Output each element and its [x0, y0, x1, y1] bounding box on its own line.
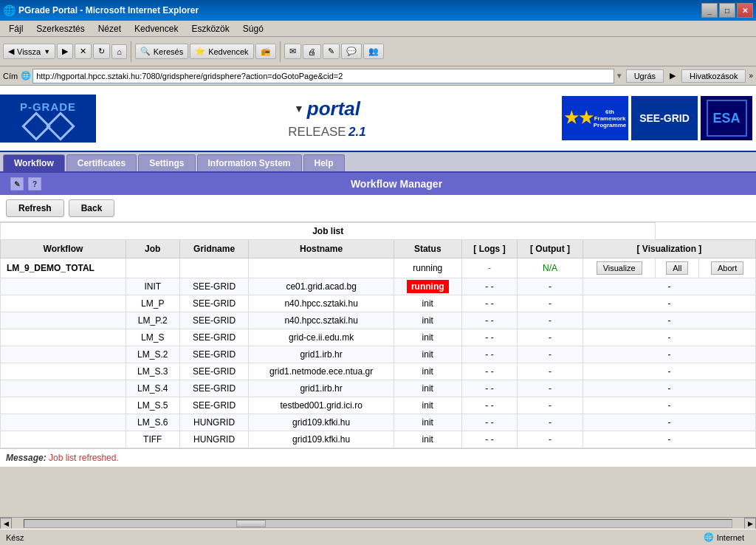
col-gridname: Gridname: [179, 240, 249, 258]
edit-icon-btn[interactable]: ✎: [10, 177, 24, 191]
refresh-button[interactable]: Refresh: [6, 199, 64, 217]
tab-information-system[interactable]: Information System: [197, 154, 302, 171]
discuss-button[interactable]: 💬: [341, 44, 362, 59]
cell-logs: - -: [461, 312, 517, 329]
tab-certificates[interactable]: Certificates: [66, 154, 137, 171]
close-button[interactable]: ✕: [737, 3, 753, 18]
media-button[interactable]: 📻: [255, 44, 276, 59]
ie-page-icon: 🌐: [21, 71, 31, 80]
tab-settings[interactable]: Settings: [138, 154, 195, 171]
print-button[interactable]: 🖨: [303, 44, 321, 59]
cell-output: -: [518, 278, 583, 295]
portal-branding: ▼ portal: [294, 97, 360, 120]
message-text: Job list refreshed.: [49, 453, 119, 463]
cell-status: init: [394, 329, 461, 346]
edit-button[interactable]: ✎: [323, 44, 340, 59]
cell-hostname: grid109.kfki.hu: [249, 431, 394, 448]
menu-tools[interactable]: Eszközök: [185, 22, 235, 35]
cell-logs: - -: [461, 431, 517, 448]
cell-hostname: n40.hpcc.sztaki.hu: [249, 295, 394, 312]
all-button[interactable]: All: [666, 261, 688, 275]
favorites-button[interactable]: ⭐ Kedvencek: [190, 44, 253, 59]
job-table: Job list Workflow Job Gridname Hostname …: [0, 222, 756, 448]
menu-view[interactable]: Nézet: [92, 22, 127, 35]
print-icon: 🖨: [308, 47, 316, 56]
cell-workflow: [1, 329, 126, 346]
col-output: [ Output ]: [518, 240, 583, 258]
col-status: Status: [394, 240, 461, 258]
maximize-button[interactable]: □: [719, 3, 735, 18]
table-row: LM_S SEE-GRID grid-ce.ii.edu.mk init - -…: [1, 329, 756, 346]
cell-visualize[interactable]: Visualize: [583, 258, 655, 278]
visualize-button[interactable]: Visualize: [597, 261, 642, 275]
abort-button[interactable]: Abort: [711, 261, 743, 275]
see-grid-text: SEE-GRID: [639, 112, 690, 124]
see-grid-logo: SEE-GRID: [631, 96, 698, 140]
tab-help[interactable]: Help: [303, 154, 345, 171]
go-button[interactable]: Ugrás: [626, 69, 664, 83]
cell-status: init: [394, 397, 461, 414]
cell-gridname: HUNGRID: [179, 431, 249, 448]
header-center: ▼ portal RELEASE 2.1: [96, 85, 558, 151]
scroll-right-button[interactable]: ▶: [744, 518, 756, 529]
stop-icon: ✕: [80, 47, 86, 56]
table-row: INIT SEE-GRID ce01.grid.acad.bg running …: [1, 278, 756, 295]
down-arrow-icon: ▼: [294, 103, 304, 114]
page-header: P-GRADE ▼ portal RELEASE 2.1 ★★ 6th Fram…: [0, 86, 756, 152]
wf-toolbar: Refresh Back: [0, 195, 756, 222]
cell-all[interactable]: All: [656, 258, 699, 278]
cell-job: [126, 258, 179, 278]
links-button[interactable]: Hivatkozások: [681, 69, 746, 83]
tab-workflow[interactable]: Workflow: [3, 154, 65, 171]
cell-logs: - -: [461, 295, 517, 312]
cell-hostname: ce01.grid.acad.bg: [249, 278, 394, 295]
minimize-button[interactable]: _: [701, 3, 718, 18]
table-row: TIFF HUNGRID grid109.kfki.hu init - - - …: [1, 431, 756, 448]
wf-header-icons: ✎ ?: [10, 177, 41, 191]
back-button[interactable]: Back: [69, 199, 115, 217]
help-icon-btn[interactable]: ?: [28, 177, 41, 191]
scrollbar-track[interactable]: [24, 519, 732, 528]
cell-gridname: SEE-GRID: [179, 380, 249, 397]
menu-favorites[interactable]: Kedvencek: [128, 22, 184, 35]
cell-hostname: grid1.irb.hr: [249, 380, 394, 397]
menubar: Fájl Szerkesztés Nézet Kedvencek Eszközö…: [0, 21, 756, 37]
arrow-right: ▶: [667, 71, 678, 80]
scrollbar-thumb[interactable]: [236, 520, 266, 527]
tab-help-label: Help: [315, 158, 334, 168]
cell-status: init: [394, 363, 461, 380]
back-button[interactable]: ◀ Vissza ▼: [3, 44, 55, 59]
nav-tabs: Workflow Certificates Settings Informati…: [0, 152, 756, 173]
refresh-button[interactable]: ↻: [93, 44, 110, 59]
cell-visualization: -: [583, 380, 755, 397]
search-icon: 🔍: [140, 47, 151, 56]
home-button[interactable]: ⌂: [111, 44, 127, 59]
menu-file[interactable]: Fájl: [3, 22, 29, 35]
forward-button[interactable]: ▶: [57, 44, 73, 59]
menu-edit[interactable]: Szerkesztés: [30, 22, 90, 35]
messenger-button[interactable]: 👥: [363, 44, 384, 59]
window-controls[interactable]: _ □ ✕: [701, 3, 753, 18]
tab-settings-label: Settings: [149, 158, 184, 168]
address-input[interactable]: http://hgportal.hpcc.sztaki.hu:7080/grid…: [32, 69, 614, 83]
dropdown-arrow[interactable]: ▼: [616, 72, 623, 80]
main-content: ✎ ? Workflow Manager Refresh Back Job li…: [0, 173, 756, 467]
cell-logs: - -: [461, 397, 517, 414]
cell-output: -: [518, 295, 583, 312]
menu-help[interactable]: Súgó: [237, 22, 269, 35]
cell-job: LM_S: [126, 329, 179, 346]
col-workflow: Workflow: [1, 240, 126, 258]
cell-job: LM_P: [126, 295, 179, 312]
cell-workflow: [1, 346, 126, 363]
scroll-left-button[interactable]: ◀: [0, 518, 12, 529]
cell-visualization: -: [583, 363, 755, 380]
mail-button[interactable]: ✉: [284, 44, 301, 59]
search-button[interactable]: 🔍 Keresés: [135, 44, 188, 59]
horizontal-scrollbar[interactable]: ◀ ▶: [0, 517, 756, 529]
toolbar-separator-2: [280, 41, 281, 62]
cell-abort[interactable]: Abort: [699, 258, 756, 278]
stop-button[interactable]: ✕: [75, 44, 92, 59]
edit-icon: ✎: [328, 47, 334, 56]
tab-certificates-label: Certificates: [78, 158, 126, 168]
dropdown-icon: ▼: [44, 48, 50, 55]
